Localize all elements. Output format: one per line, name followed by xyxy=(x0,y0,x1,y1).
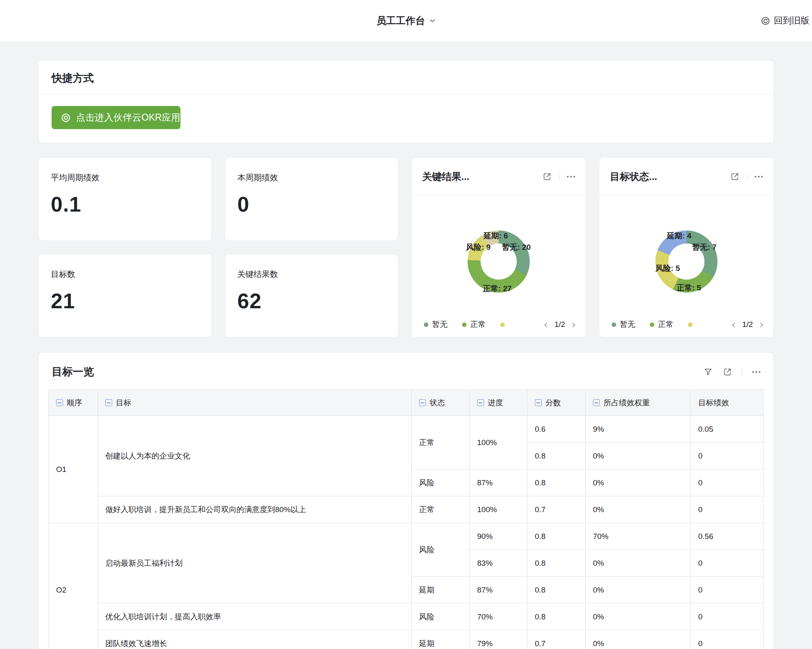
chart-footer: 暂无 正常 风险 ‹ 1/2 › xyxy=(424,319,576,330)
legend-item[interactable]: 正常 xyxy=(650,319,673,330)
goal-cell: 优化入职培训计划，提高入职效率 xyxy=(98,604,412,630)
legend-label: 暂无 xyxy=(432,319,447,330)
collapse-icon[interactable] xyxy=(105,399,112,406)
chart-pagination: ‹ 1/2 › xyxy=(544,319,576,330)
legend-item[interactable]: 风险 xyxy=(500,319,505,330)
progress-cell: 79% xyxy=(470,630,528,649)
perf-cell: 0.56 xyxy=(691,523,764,550)
chart-label: 正常: 5 xyxy=(677,283,701,293)
status-cell: 风险 xyxy=(412,469,470,496)
column-header-status: 状态 xyxy=(412,390,470,416)
stat-value: 0 xyxy=(237,192,386,216)
chart-card-header: 目标状态... xyxy=(599,158,773,196)
column-header-progress: 进度 xyxy=(470,390,528,416)
stat-label: 目标数 xyxy=(51,269,199,280)
status-cell: 风险 xyxy=(412,523,470,577)
back-link-label: 回到旧版 xyxy=(774,15,810,27)
open-in-new-icon[interactable] xyxy=(730,172,740,182)
legend-label: 暂无 xyxy=(620,319,635,330)
legend-dot xyxy=(688,322,693,327)
weight-cell: 9% xyxy=(586,416,691,443)
okr-app-button-label: 点击进入伙伴云OKR应用 xyxy=(76,111,180,124)
legend-item[interactable]: 暂无 xyxy=(612,319,635,330)
goal-cell: 创建以人为本的企业文化 xyxy=(98,416,412,496)
table-row: 做好入职培训，提升新员工和公司双向的满意度到80%以上 正常 100% 0.7 … xyxy=(49,496,764,523)
shortcut-card-title: 快捷方式 xyxy=(52,72,94,84)
perf-cell: 0 xyxy=(691,496,764,523)
perf-cell: 0 xyxy=(691,604,764,630)
progress-cell: 70% xyxy=(470,604,528,630)
weight-cell: 0% xyxy=(586,604,691,630)
stats-charts-grid: 平均周期绩效 0.1 本周期绩效 0 关键结果... 延期: 6 xyxy=(38,157,774,337)
divider xyxy=(747,173,747,181)
goal-table: 顺序 目标 状态 进度 分数 所占绩效权重 目标绩效 O1 创建以人为本的企业文… xyxy=(48,389,764,649)
page-indicator: 1/2 xyxy=(742,320,753,329)
perf-cell: 0 xyxy=(691,577,764,604)
score-cell: 0.8 xyxy=(528,443,586,469)
legend-item[interactable]: 风险 xyxy=(688,319,693,330)
filter-icon[interactable] xyxy=(703,367,713,377)
prev-page-icon[interactable]: ‹ xyxy=(732,319,736,330)
order-cell: O2 xyxy=(49,523,98,649)
next-page-icon[interactable]: › xyxy=(760,319,764,330)
more-icon[interactable] xyxy=(567,174,575,179)
chart-label: 风险: 5 xyxy=(656,263,680,274)
stat-label: 本周期绩效 xyxy=(237,172,386,183)
column-header-weight: 所占绩效权重 xyxy=(586,390,691,416)
okr-app-button[interactable]: 点击进入伙伴云OKR应用 xyxy=(52,106,180,129)
weight-cell: 0% xyxy=(586,469,691,496)
stat-card-key-result-count: 关键结果数 62 xyxy=(225,254,398,337)
prev-page-icon[interactable]: ‹ xyxy=(544,319,548,330)
top-bar: 员工工作台 回到旧版 xyxy=(0,0,812,42)
chart-title: 关键结果... xyxy=(422,170,542,183)
stat-card-goal-count: 目标数 21 xyxy=(38,254,212,337)
more-icon[interactable] xyxy=(752,370,760,374)
weight-cell: 0% xyxy=(586,577,691,604)
chart-label: 暂无: 7 xyxy=(692,242,716,253)
stat-value: 21 xyxy=(51,289,199,313)
collapse-icon[interactable] xyxy=(56,399,63,406)
status-cell: 风险 xyxy=(412,604,470,630)
weight-cell: 0% xyxy=(586,496,691,523)
legend-dot xyxy=(500,322,505,327)
progress-cell: 87% xyxy=(470,469,528,496)
stat-label: 关键结果数 xyxy=(237,269,386,280)
back-to-old-version-link[interactable]: 回到旧版 xyxy=(761,0,810,41)
more-icon[interactable] xyxy=(755,174,763,179)
collapse-icon[interactable] xyxy=(419,399,426,406)
score-cell: 0.7 xyxy=(528,496,586,523)
chart-label: 风险: 9 xyxy=(466,242,491,253)
collapse-icon[interactable] xyxy=(593,399,600,406)
stat-value: 62 xyxy=(237,289,386,313)
weight-cell: 70% xyxy=(586,523,691,550)
legend-item[interactable]: 正常 xyxy=(462,319,486,330)
workspace-title-dropdown[interactable]: 员工工作台 xyxy=(376,14,436,27)
open-in-new-icon[interactable] xyxy=(723,367,732,377)
legend-item[interactable]: 暂无 xyxy=(424,319,447,330)
progress-cell: 100% xyxy=(470,496,528,523)
chart-legend: 暂无 正常 风险 xyxy=(424,319,505,330)
collapse-icon[interactable] xyxy=(535,399,542,406)
progress-cell: 100% xyxy=(470,416,528,469)
weight-cell: 0% xyxy=(586,630,691,649)
score-cell: 0.7 xyxy=(528,630,586,649)
table-row: O1 创建以人为本的企业文化 正常 100% 0.6 9% 0.05 xyxy=(49,416,764,443)
chart-label: 延期: 4 xyxy=(667,231,691,241)
donut-chart-area: 延期: 4 暂无: 7 风险: 5 正常: 5 暂无 正常 xyxy=(599,196,773,337)
status-cell: 正常 xyxy=(412,416,470,469)
table-row: 优化入职培训计划，提高入职效率 风险 70% 0.8 0% 0 xyxy=(49,604,764,630)
collapse-icon[interactable] xyxy=(477,399,484,406)
score-cell: 0.8 xyxy=(528,604,586,630)
goal-card-title: 目标一览 xyxy=(52,365,703,379)
chart-card-header: 关键结果... xyxy=(412,158,586,196)
next-page-icon[interactable]: › xyxy=(572,319,576,330)
progress-cell: 90% xyxy=(470,523,528,550)
score-cell: 0.6 xyxy=(528,416,586,443)
score-cell: 0.8 xyxy=(528,577,586,604)
table-row: O2 启动最新员工福利计划 风险 90% 0.8 70% 0.56 xyxy=(49,523,764,550)
donut-chart-area: 延期: 6 暂无: 20 风险: 9 正常: 27 暂无 正常 xyxy=(412,196,586,337)
perf-cell: 0 xyxy=(691,550,764,577)
open-in-new-icon[interactable] xyxy=(542,172,552,182)
page-title: 员工工作台 xyxy=(376,14,425,27)
legend-dot xyxy=(650,322,654,327)
